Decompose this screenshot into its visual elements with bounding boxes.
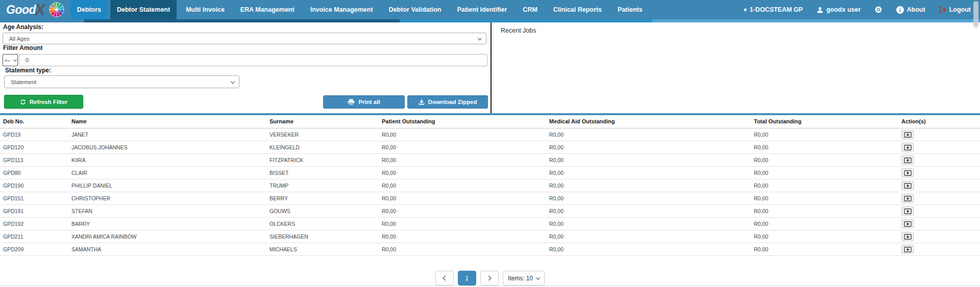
table-row: GPD151 CHRISTOPHER BERRY R0,00 R0,00 R0,… [0,192,980,205]
age-analysis-select[interactable]: All Ages [3,33,486,44]
nav-item-debtor-statement[interactable]: Debtor Statement [110,0,177,19]
row-action-button[interactable] [901,206,914,216]
cell-total-outstanding: R0,00 [751,167,898,179]
table-row: GPD211 XANDRI AMICA RAINBOW SIEBERHAGEN … [0,230,980,243]
chevron-down-icon [536,275,540,279]
row-action-button[interactable] [901,232,914,241]
cell-name: XANDRI AMICA RAINBOW [68,230,266,243]
page-number-button[interactable]: 1 [458,271,476,285]
cell-total-outstanding: R0,00 [751,128,898,141]
cell-total-outstanding: R0,00 [751,205,898,218]
cell-name: PHILLIP DANIEL [68,179,266,192]
nav-item-crm[interactable]: CRM [516,0,544,19]
table-row: GPD120 JACOBUS JOHANNES KLEINGELD R0,00 … [0,141,980,154]
cell-actions [898,230,980,243]
banknote-icon [904,221,912,227]
cell-medical-aid-outstanding: R0,00 [546,154,751,167]
banknote-icon [904,208,912,214]
cell-patient-outstanding: R0,00 [379,205,546,218]
refresh-filter-label: Refresh Filter [30,99,67,105]
amount-operator-select[interactable]: <= [3,54,18,66]
table-row: GPD113 KIIRA FITZPATRICK R0,00 R0,00 R0,… [0,154,980,167]
items-per-page-select[interactable]: Items: 10 [503,271,545,285]
table-body: GPD19 JANET VERSEKER R0,00 R0,00 R0,00 G… [0,128,980,256]
nav-item-debtor-validation[interactable]: Debtor Validation [382,0,448,19]
cell-actions [898,154,980,167]
row-action-button[interactable] [901,219,914,228]
about-button[interactable]: i About [896,6,925,14]
debtor-statement-page: Good X Debt [0,0,980,287]
chevron-left-icon [443,276,448,281]
practice-name: 1-DOCSTEAM GP [750,6,803,13]
items-per-page-label: Items: 10 [508,275,533,282]
row-action-button[interactable] [901,181,914,190]
cell-patient-outstanding: R0,00 [379,179,546,192]
page-next-button[interactable] [480,271,499,285]
cell-medical-aid-outstanding: R0,00 [546,205,751,218]
age-analysis-label: Age Analysis: [3,23,43,31]
statement-table: Deb No.NameSurnamePatient OutstandingMed… [0,115,980,256]
nav-right-menu: ▾ 1-DOCSTEAM GP goodx user ⚙ i About [744,0,980,19]
nav-menu: DebtorsDebtor StatementMulti InvoiceERA … [70,0,649,19]
nav-item-debtors[interactable]: Debtors [70,0,108,19]
statement-type-label: Statement type: [5,67,51,74]
logout-label: Logout [949,6,971,13]
row-action-button[interactable] [901,143,914,152]
cell-medical-aid-outstanding: R0,00 [546,141,751,154]
download-zipped-button[interactable]: Download Zipped [407,95,488,109]
gear-icon: ⚙ [874,6,882,14]
page-prev-button[interactable] [435,271,454,285]
cell-name: STEFAN [68,205,266,218]
nav-item-clinical-reports[interactable]: Clinical Reports [547,0,608,19]
cell-medical-aid-outstanding: R0,00 [546,243,751,256]
cell-deb-no: GPD191 [0,205,68,218]
cell-patient-outstanding: R0,00 [379,167,546,179]
cell-deb-no: GPD211 [0,230,68,243]
user-menu[interactable]: goodx user [817,6,861,13]
statement-type-select[interactable]: Statement [4,75,239,88]
logout-button[interactable]: Logout [939,6,971,13]
subnav-strip-segment [84,19,400,22]
cell-deb-no: GPD113 [0,154,68,167]
filter-amount-label: Filter Amount [3,44,43,51]
row-action-button[interactable] [901,130,914,139]
nav-item-invoice-management[interactable]: Invoice Management [304,0,380,19]
cell-medical-aid-outstanding: R0,00 [546,128,751,141]
brand-logo[interactable]: Good X [0,0,67,19]
cell-patient-outstanding: R0,00 [379,243,546,256]
cell-deb-no: GPD192 [0,218,68,230]
row-action-button[interactable] [901,245,914,254]
practice-selector[interactable]: ▾ 1-DOCSTEAM GP [744,6,803,13]
cell-actions [898,218,980,230]
nav-item-patients[interactable]: Patients [611,0,649,19]
cell-actions [898,128,980,141]
user-name: goodx user [826,6,861,13]
row-action-button[interactable] [901,155,914,165]
cell-total-outstanding: R0,00 [751,179,898,192]
refresh-filter-button[interactable]: Refresh Filter [4,95,83,109]
cell-actions [898,141,980,154]
scrollbar-thumb[interactable] [973,1,978,28]
column-header: Surname [266,115,379,128]
pinwheel-logo-icon [49,2,64,17]
banknote-icon [904,234,912,240]
cell-surname: VERSEKER [266,128,379,141]
nav-item-patient-identifier[interactable]: Patient Identifier [450,0,513,19]
cell-total-outstanding: R0,00 [751,192,898,205]
brand-name-x: X [35,2,45,18]
row-action-button[interactable] [901,168,914,177]
cell-surname: SIEBERHAGEN [266,230,379,243]
row-action-button[interactable] [901,194,914,203]
cell-surname: BISSET [266,167,379,179]
cell-surname: BERRY [266,192,379,205]
cell-name: SAMANTHA [68,243,266,256]
cell-actions [898,205,980,218]
nav-item-era-management[interactable]: ERA Management [234,0,301,19]
filter-amount-input[interactable] [19,54,487,66]
banknote-icon [904,196,912,201]
print-all-button[interactable]: Print all [323,95,405,109]
nav-item-multi-invoice[interactable]: Multi Invoice [179,0,231,19]
settings-button[interactable]: ⚙ [874,6,882,14]
banknote-icon [904,247,912,252]
cell-actions [898,167,980,179]
